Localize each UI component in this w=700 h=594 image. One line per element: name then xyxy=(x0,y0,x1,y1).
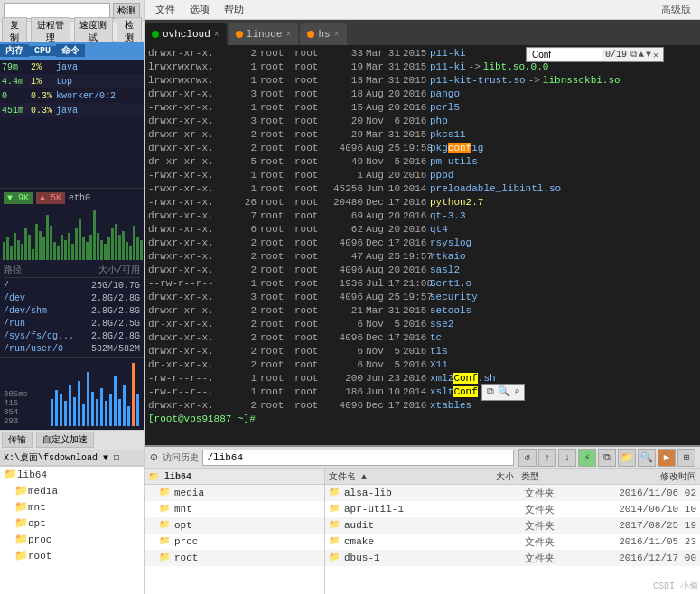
list-item[interactable]: 4.4m1%top xyxy=(0,74,144,88)
list-item[interactable]: 📁 apr-util-1 文件夹 2014/06/10 10 xyxy=(325,501,700,517)
folder-icon: 📁 xyxy=(159,535,172,548)
terminal-content[interactable]: 0/19 ⧉ ▲ ▼ ✕ drwxr-xr-x.2rootroot33Mar31… xyxy=(145,45,700,445)
fb-visit-history-label: 访问历史 xyxy=(163,451,199,464)
proc-header-cpu[interactable]: CPU xyxy=(29,46,56,56)
list-item[interactable]: 📁 root xyxy=(145,550,324,566)
fb-refresh-btn[interactable]: ↺ xyxy=(518,449,537,467)
ctx-copy-icon[interactable]: ⧉ xyxy=(487,385,494,399)
fb-search-btn[interactable]: 🔍 xyxy=(638,449,656,467)
search-overlay: 0/19 ⧉ ▲ ▼ ✕ xyxy=(526,47,664,62)
folder-icon: 📁 xyxy=(329,552,341,564)
menu-options[interactable]: 选项 xyxy=(182,2,217,17)
fb-connect-btn[interactable]: ⚡ xyxy=(578,449,596,467)
list-item[interactable]: 📁 cmake 文件夹 2016/11/05 23 xyxy=(325,534,700,550)
terminal-prompt: [root@vps91887 ~]# xyxy=(148,413,696,426)
term-row: drwxr-xr-x.2rootroot4096Dec172016tc xyxy=(148,331,696,345)
fb-down-btn[interactable]: ↓ xyxy=(558,449,576,467)
watermark: CSDI 小偷 xyxy=(653,580,698,592)
folder-icon: 📁 xyxy=(4,468,17,481)
menu-file[interactable]: 文件 xyxy=(148,2,182,17)
term-row: -rw-r--r--.1rootroot186Jun102014xsltConf… xyxy=(148,385,696,399)
fb-visit-history-icon[interactable]: ⊙ xyxy=(150,450,157,465)
term-row: drwxr-xr-x.2rootroot4096Dec172016xtables xyxy=(148,399,696,413)
proc-header-cmd[interactable]: 命令 xyxy=(56,44,85,57)
list-item: /sys/fs/cg...2.8G/2.8G xyxy=(4,330,140,343)
term-row: drwxr-xr-x.2rootroot47Aug2519:57rtkaio xyxy=(148,250,696,264)
disk-section: 路径 大小/可用 /25G/10.7G /dev2.8G/2.8G /dev/s… xyxy=(0,262,144,357)
term-row: lrwxrwxrwx.1rootroot19Mar312015p11-ki->l… xyxy=(148,60,696,74)
list-item: /dev/shm2.8G/2.8G xyxy=(4,305,140,318)
list-item: /run/user/0582M/582M xyxy=(4,343,140,356)
term-row: drwxr-xr-x.6rootroot62Aug202016qt4 xyxy=(148,223,696,237)
left-toolbar: 复制 进程管理 速度测试 检测 xyxy=(0,22,144,42)
fb-up-btn[interactable]: ↑ xyxy=(538,449,556,467)
tree-item-proc[interactable]: 📁 proc xyxy=(0,532,144,548)
folder-icon: 📁 xyxy=(329,487,341,499)
tab-close-hs[interactable]: × xyxy=(334,30,340,40)
tab-close-ovhcloud[interactable]: × xyxy=(214,30,219,40)
list-item[interactable]: 📁 proc xyxy=(145,534,324,550)
search-copy-icon[interactable]: ⧉ xyxy=(630,50,637,60)
term-row: -rwxr-xr-x.1rootroot45256Jun102014preloa… xyxy=(148,182,696,196)
list-item[interactable]: 451m0.3%java xyxy=(0,103,144,117)
folder-icon: 📁 xyxy=(14,533,28,546)
transfer-button[interactable]: 传输 xyxy=(2,432,33,448)
list-item[interactable]: 📁 alsa-lib 文件夹 2016/11/06 02 xyxy=(325,485,700,501)
fb-play-btn[interactable]: ▶ xyxy=(658,449,676,467)
ctx-search-icon[interactable]: ⌕ xyxy=(514,385,520,399)
fb-left-tree: 📁 lib64 📁 media 📁 mnt 📁 opt 📁 proc xyxy=(145,469,325,594)
tree-item-mnt[interactable]: 📁 mnt xyxy=(0,499,144,515)
search-close-icon[interactable]: ✕ xyxy=(653,50,658,60)
tab-bar: ovhcloud × linode × hs × xyxy=(145,20,700,45)
term-row: drwxr-xr-x.2rootroot29Mar312015pkcs11 xyxy=(148,128,696,142)
tab-dot-orange-hs xyxy=(307,31,314,38)
search-next-icon[interactable]: ▼ xyxy=(646,50,651,60)
search-count: 0/19 xyxy=(605,50,627,60)
list-item[interactable]: 📁 opt xyxy=(145,517,324,534)
fb-left-root: 📁 lib64 xyxy=(148,471,191,482)
tab-dot-green xyxy=(152,31,159,38)
tree-item-media[interactable]: 📁 media xyxy=(0,483,144,499)
menu-help[interactable]: 帮助 xyxy=(217,2,251,17)
proc-list: 79m2%java 4.4m1%top 00.3%kworker/0:2 451… xyxy=(0,60,144,188)
net-up-badge: ▲ 5K xyxy=(36,192,65,204)
folder-icon: 📁 xyxy=(329,535,341,548)
menu-advanced[interactable]: 高级版 xyxy=(656,2,696,17)
menu-bar: 文件 选项 帮助 高级版 xyxy=(145,0,700,20)
term-row: -rwxr-xr-x.1rootroot15Aug202016perl5 xyxy=(148,101,696,115)
folder-icon: 📁 xyxy=(329,519,341,532)
fb-folder-btn[interactable]: 📁 xyxy=(618,449,636,467)
folder-icon: 📁 xyxy=(14,516,28,530)
tree-item-root[interactable]: 📁 root xyxy=(0,548,144,564)
proc-header-mem[interactable]: 内存 xyxy=(0,44,29,57)
fb-toolbar: ⊙ 访问历史 /lib64 ↺ ↑ ↓ ⚡ ⧉ 📁 🔍 ▶ ⊞ xyxy=(145,447,700,469)
disk-header: 路径 大小/可用 xyxy=(4,264,140,278)
list-item[interactable]: 📁 dbus-1 文件夹 2016/12/17 00 xyxy=(325,550,700,566)
list-item[interactable]: 79m2%java xyxy=(0,60,144,74)
term-row: -rw-r--r--.1rootroot200Jun232016xml2Conf… xyxy=(148,372,696,385)
list-item[interactable]: 00.3%kworker/0:2 xyxy=(0,88,144,103)
fb-grid-btn[interactable]: ⊞ xyxy=(677,449,695,467)
tab-ovhcloud[interactable]: ovhcloud × xyxy=(145,23,227,45)
tab-close-linode[interactable]: × xyxy=(285,30,291,40)
ctx-find-icon[interactable]: 🔍 xyxy=(498,385,510,399)
file-browser: ⊙ 访问历史 /lib64 ↺ ↑ ↓ ⚡ ⧉ 📁 🔍 ▶ ⊞ 📁 lib64 xyxy=(145,445,700,594)
term-row: drwxr-xr-x.2rootroot4096Aug202016sasl2 xyxy=(148,264,696,277)
tab-linode[interactable]: linode × xyxy=(229,23,299,45)
tab-hs[interactable]: hs × xyxy=(300,23,346,45)
tree-item-opt[interactable]: 📁 opt xyxy=(0,515,144,532)
fb-path-input[interactable]: /lib64 xyxy=(202,450,514,466)
list-item[interactable]: 📁 audit 文件夹 2017/08/25 19 xyxy=(325,517,700,534)
search-prev-icon[interactable]: ▲ xyxy=(639,50,644,60)
main-area: 文件 选项 帮助 高级版 ovhcloud × linode × hs × 0/… xyxy=(145,0,700,594)
folder-icon: 📁 xyxy=(159,519,172,532)
list-item[interactable]: 📁 mnt xyxy=(145,501,324,517)
tree-item-lib64[interactable]: 📁 lib64 xyxy=(0,467,144,483)
search-input[interactable] xyxy=(530,49,602,60)
custom-boost-button[interactable]: 自定义加速 xyxy=(36,432,94,448)
list-item[interactable]: 📁 media xyxy=(145,485,324,501)
term-row: drwxr-xr-x.2rootroot4096Aug2519:58pkgcon… xyxy=(148,142,696,155)
fb-copy-btn[interactable]: ⧉ xyxy=(598,449,616,467)
term-row: drwxr-xr-x.7rootroot69Aug202016qt-3.3 xyxy=(148,209,696,223)
proc-header: 内存 CPU 命令 xyxy=(0,42,144,60)
